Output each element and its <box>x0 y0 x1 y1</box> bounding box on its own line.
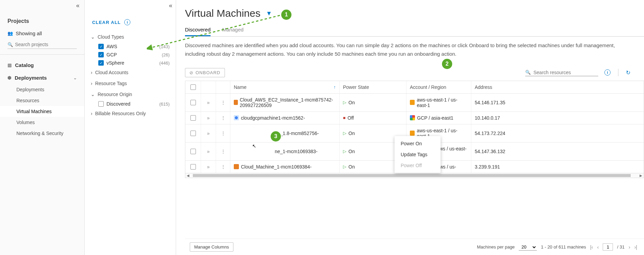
kebab-menu-icon[interactable]: ⋮ <box>221 100 226 105</box>
filter-discovered[interactable]: Discovered (615) <box>91 100 170 108</box>
vm-name[interactable]: Cloud_Machine_1-mcm1069384- <box>241 164 312 170</box>
refresh-icon[interactable]: ↻ <box>626 69 630 76</box>
filter-icon[interactable]: ▼ <box>266 10 272 17</box>
row-checkbox[interactable] <box>190 100 196 105</box>
kebab-menu-icon[interactable]: ⋮ <box>221 164 226 170</box>
per-page-select[interactable]: 20 <box>519 244 537 251</box>
power-state: Off <box>347 115 354 121</box>
nav-sub-resources[interactable]: Resources <box>0 95 84 106</box>
row-checkbox[interactable] <box>190 115 196 121</box>
menu-update-tags[interactable]: Update Tags <box>395 149 441 160</box>
account-region: aws-us-east-1 / us-east-1 <box>417 97 468 108</box>
col-address-label[interactable]: Address <box>475 84 492 90</box>
checkbox-vsphere[interactable]: ✓ <box>98 60 104 66</box>
nav-catalog[interactable]: ▥ Catalog <box>0 59 84 71</box>
nav-sub-deployments[interactable]: Deployments <box>0 84 84 95</box>
filter-cloud-types-header[interactable]: ⌄ Cloud Types <box>91 31 170 42</box>
search-resources-wrapper[interactable]: 🔍 <box>525 69 598 76</box>
row-checkbox[interactable] <box>190 131 196 136</box>
menu-header <box>216 81 230 93</box>
expand-icon[interactable]: » <box>207 100 210 105</box>
col-power-state-label[interactable]: Power State <box>343 84 369 90</box>
last-page-icon[interactable]: ›| <box>634 244 637 250</box>
vm-name[interactable]: Cloud_AWS_EC2_Instance_1-mcm875742-20992… <box>240 97 336 108</box>
col-account-region-label[interactable]: Account / Region <box>410 84 446 90</box>
nav-sub-volumes[interactable]: Volumes <box>0 117 84 128</box>
clear-all-button[interactable]: CLEAR ALL <box>92 20 121 25</box>
description-text: Discovered machines are identified when … <box>185 41 644 58</box>
scroll-thumb[interactable] <box>193 174 631 177</box>
filter-gcp[interactable]: ✓ GCP (26) <box>91 51 170 59</box>
search-icon: 🔍 <box>8 42 13 47</box>
expand-icon[interactable]: » <box>207 149 210 154</box>
tab-discovered[interactable]: Discovered <box>185 24 211 36</box>
scroll-right-icon[interactable]: ▶ <box>640 174 642 177</box>
prev-page-icon[interactable]: ‹ <box>597 244 599 250</box>
first-page-icon[interactable]: |‹ <box>590 244 593 250</box>
filter-billable-header[interactable]: › Billable Resources Only <box>91 108 170 119</box>
nav-sub-networking[interactable]: Networking & Security <box>0 128 84 139</box>
expand-icon[interactable]: » <box>207 131 210 136</box>
nav-sub-virtual-machines[interactable]: Virtual Machines <box>0 106 84 117</box>
search-projects-input[interactable] <box>15 42 77 47</box>
info-icon[interactable]: i <box>604 69 611 76</box>
projects-heading: Projects <box>0 9 84 28</box>
row-checkbox[interactable] <box>190 149 196 154</box>
expand-header <box>201 81 216 93</box>
showing-all-toggle[interactable]: 👥 Showing all <box>0 28 84 39</box>
gcp-account-icon <box>410 115 415 120</box>
play-icon: ▷ <box>343 149 346 154</box>
filter-gcp-count: (26) <box>162 52 170 57</box>
power-state: On <box>348 131 355 136</box>
tab-managed[interactable]: Managed <box>222 24 244 36</box>
info-icon[interactable]: i <box>124 19 130 25</box>
checkbox-aws[interactable]: ✓ <box>98 44 104 49</box>
power-state: On <box>348 149 355 154</box>
filter-cloud-accounts-header[interactable]: › Cloud Accounts <box>91 67 170 78</box>
aws-resource-icon <box>234 100 238 105</box>
vm-name[interactable]: ne_1.8-mcm852756- <box>275 131 319 136</box>
select-all-checkbox[interactable] <box>190 84 196 90</box>
horizontal-scrollbar[interactable]: ◀ ▶ <box>185 173 644 178</box>
nav-deployments[interactable]: ⬢ Deployments ⌄ <box>0 71 84 84</box>
filter-resource-origin-header[interactable]: ⌄ Resource Origin <box>91 89 170 100</box>
search-resources-input[interactable] <box>533 70 598 75</box>
filter-vsphere[interactable]: ✓ vSphere (446) <box>91 59 170 67</box>
expand-icon[interactable]: » <box>207 164 210 170</box>
resource-tags-label: Resource Tags <box>95 81 127 86</box>
address: 10.140.0.17 <box>475 115 500 121</box>
collapse-filter-icon[interactable]: « <box>169 2 172 9</box>
next-page-icon[interactable]: › <box>629 244 630 250</box>
filter-aws[interactable]: ✓ AWS (143) <box>91 42 170 51</box>
vm-name[interactable]: cloudgcpmachine1-mcm1562- <box>241 115 305 121</box>
onboard-button[interactable]: ⊘ ONBOARD <box>185 68 225 77</box>
search-projects-input-wrapper[interactable]: 🔍 <box>8 40 77 49</box>
aws-account-icon <box>410 100 415 105</box>
collapse-left-nav-icon[interactable]: « <box>76 2 80 9</box>
annotation-badge-3: 3 <box>271 131 281 142</box>
address: 54.146.171.35 <box>475 100 505 105</box>
page-number-input[interactable] <box>603 243 613 251</box>
kebab-menu-icon[interactable]: ⋮ <box>221 115 226 121</box>
nav-deployments-label: Deployments <box>15 75 47 81</box>
kebab-menu-icon[interactable]: ⋮ <box>221 131 226 136</box>
kebab-menu-icon[interactable]: ⋮ <box>221 149 226 154</box>
sort-asc-icon[interactable]: ↑ <box>334 84 336 90</box>
address: 3.239.9.191 <box>475 164 500 170</box>
col-name-header[interactable]: Name ↑ <box>230 81 340 93</box>
row-context-menu: Power On Update Tags Power Off <box>395 136 441 173</box>
menu-power-on[interactable]: Power On <box>395 138 441 149</box>
filter-resource-tags-header[interactable]: › Resource Tags <box>91 78 170 89</box>
chevron-right-icon: › <box>91 111 92 116</box>
checkbox-gcp[interactable]: ✓ <box>98 52 104 57</box>
menu-power-off[interactable]: Power Off <box>395 160 441 171</box>
manage-columns-button[interactable]: Manage Columns <box>190 242 233 252</box>
expand-icon[interactable]: » <box>207 115 210 121</box>
vm-name[interactable]: ne_1-mcm1069383- <box>275 149 317 154</box>
page-total: / 31 <box>617 244 625 250</box>
scroll-left-icon[interactable]: ◀ <box>187 174 189 177</box>
checkbox-discovered[interactable] <box>98 101 104 107</box>
address: 54.173.72.224 <box>475 131 505 136</box>
cloud-accounts-label: Cloud Accounts <box>95 70 128 75</box>
row-checkbox[interactable] <box>190 164 196 170</box>
